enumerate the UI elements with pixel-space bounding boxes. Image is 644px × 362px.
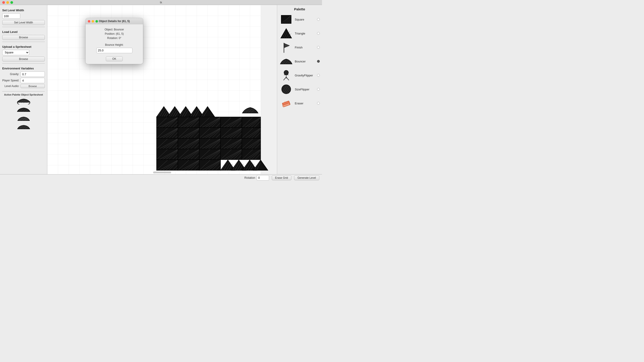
palette-item-eraser[interactable]: Eraser [280, 98, 320, 109]
erase-grid-button[interactable]: Erase Grid [272, 175, 292, 180]
eraser-radio[interactable] [317, 102, 320, 105]
player-speed-label: Player Speed: [2, 79, 19, 82]
modal-dialog[interactable]: Object Details for (61, 5) Object: Bounc… [86, 18, 143, 64]
svg-rect-81 [156, 128, 178, 138]
canvas-area[interactable] [47, 5, 277, 174]
gravity-input[interactable] [20, 72, 45, 77]
modal-object-value: Bouncer [114, 28, 124, 31]
svg-marker-232 [281, 29, 292, 38]
modal-title: Object Details for (61, 5) [99, 20, 130, 23]
modal-object-label: Object: [104, 28, 113, 31]
modal-ok-button[interactable]: OK [106, 56, 123, 61]
level-width-input[interactable] [2, 13, 20, 19]
upload-spritesheet-label: Upload a Spritesheet [2, 45, 45, 49]
main-layout: Set Level Width Set Level Width Load Lev… [0, 5, 322, 174]
rotation-label: Rotation [244, 176, 255, 179]
sprite-item-2 [16, 106, 32, 113]
modal-object-info: Object: Bouncer Position: (61, 5) Rotati… [104, 28, 124, 41]
svg-rect-180 [242, 149, 260, 160]
modal-titlebar: Object Details for (61, 5) [86, 18, 143, 24]
browse-load-button[interactable]: Browse [2, 35, 45, 40]
minimize-button[interactable] [6, 1, 9, 4]
palette-item-triangle[interactable]: Triangle [280, 28, 320, 39]
finish-palette-icon [280, 41, 292, 54]
palette-item-gravityflipper[interactable]: GravityFlipper [280, 70, 320, 81]
modal-min-button[interactable] [92, 20, 94, 23]
svg-rect-46 [156, 117, 178, 128]
palette-item-sizeflipper[interactable]: SizeFlipper [280, 84, 320, 95]
window-title: tk [160, 1, 162, 4]
svg-rect-145 [242, 138, 260, 149]
eraser-palette-icon [280, 97, 292, 109]
eraser-icon [280, 98, 293, 109]
sprite-item-3 [16, 115, 32, 122]
game-canvas [47, 5, 277, 174]
gravityflipper-palette-icon [280, 69, 292, 82]
bouncer-icon [280, 56, 293, 67]
browse-audio-button[interactable]: Browse [20, 84, 45, 88]
set-level-width-button[interactable]: Set Level Width [2, 20, 45, 25]
env-grid: Gravity: Player Speed: Level Audio: Brow… [2, 72, 45, 88]
triangle-radio[interactable] [317, 32, 320, 35]
canvas-scrollbar[interactable] [153, 172, 171, 173]
finish-radio[interactable] [317, 46, 320, 49]
bounce-height-label: Bounce Height: [105, 43, 124, 47]
gravityflipper-radio[interactable] [317, 74, 320, 77]
spritesheet-row: Square Triangle Finish Bouncer GravityFl… [2, 50, 45, 55]
sizeflipper-palette-icon [280, 83, 292, 95]
divider-1 [2, 27, 45, 27]
square-radio[interactable] [317, 18, 320, 21]
load-level-label: Load Level [2, 30, 45, 34]
rotation-input[interactable] [257, 175, 269, 181]
level-audio-label: Level Audio: [2, 85, 19, 88]
svg-rect-110 [242, 128, 260, 138]
modal-position-value: (61, 5) [116, 32, 124, 35]
finish-icon [280, 42, 293, 53]
left-panel: Set Level Width Set Level Width Load Lev… [0, 5, 47, 174]
rotation-group: Rotation [244, 175, 269, 181]
bouncer-svg-4 [16, 124, 31, 130]
env-variables-label: Environment Variables [2, 67, 45, 70]
active-sprite-label: Active Palette Object Spritesheet [2, 93, 45, 96]
svg-rect-68 [220, 117, 242, 128]
palette-item-bouncer[interactable]: Bouncer [280, 56, 320, 67]
gravityflipper-icon [280, 70, 293, 81]
svg-line-253 [286, 77, 289, 80]
triangle-icon [280, 28, 293, 39]
svg-rect-151 [156, 149, 178, 160]
sizeflipper-icon [280, 84, 293, 95]
sizeflipper-label: SizeFlipper [295, 88, 317, 91]
bouncer-svg-2 [16, 107, 31, 113]
bouncer-radio[interactable] [317, 60, 320, 63]
modal-rotation-value: 0° [119, 37, 121, 40]
right-panel: Palette Square [277, 5, 322, 174]
svg-line-252 [284, 77, 286, 80]
player-speed-input[interactable] [20, 78, 45, 83]
generate-level-button[interactable]: Generate Level [294, 175, 319, 180]
svg-rect-186 [156, 160, 178, 170]
triangle-label: Triangle [295, 32, 317, 35]
palette-item-finish[interactable]: Finish [280, 42, 320, 53]
divider-3 [2, 63, 45, 64]
modal-max-button[interactable] [96, 20, 98, 23]
modal-position-label: Position: [105, 32, 115, 35]
modal-body: Object: Bouncer Position: (61, 5) Rotati… [86, 24, 143, 64]
gravity-label: Gravity: [2, 73, 19, 76]
close-button[interactable] [2, 1, 5, 4]
titlebar-buttons [2, 1, 13, 4]
divider-2 [2, 42, 45, 42]
sprite-item-4 [16, 124, 32, 130]
browse-sprite-button[interactable]: Browse [2, 57, 45, 62]
bouncer-palette-icon [280, 57, 293, 65]
eraser-label: Eraser [295, 102, 317, 105]
bounce-height-input[interactable] [96, 48, 132, 53]
modal-close-button[interactable] [88, 20, 90, 23]
level-width-row [2, 13, 45, 19]
finish-label: Finish [295, 46, 317, 49]
triangle-palette-icon [280, 28, 292, 39]
sizeflipper-radio[interactable] [317, 88, 320, 91]
maximize-button[interactable] [10, 1, 13, 4]
spritesheet-dropdown[interactable]: Square Triangle Finish Bouncer GravityFl… [2, 50, 29, 55]
svg-rect-116 [156, 138, 178, 149]
palette-item-square[interactable]: Square [280, 14, 320, 25]
